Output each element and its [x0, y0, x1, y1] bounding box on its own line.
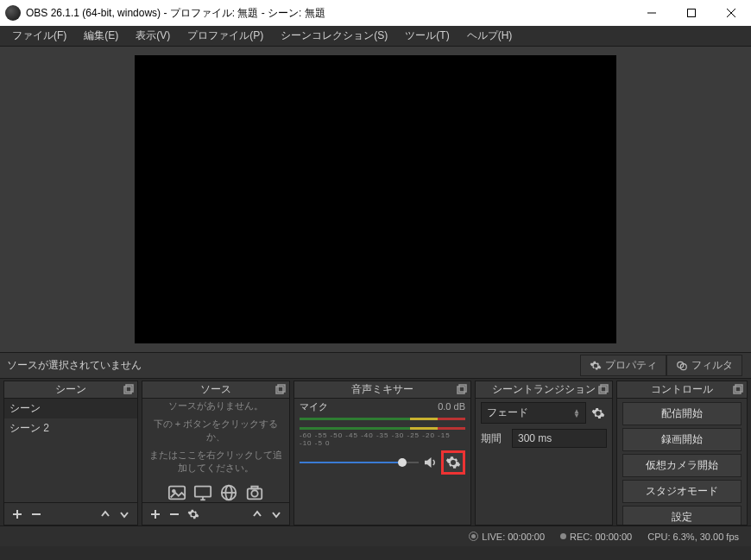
menu-profile[interactable]: プロファイル(P) — [179, 26, 272, 46]
filter-icon — [676, 360, 688, 372]
gear-icon — [590, 360, 602, 372]
svg-rect-32 — [735, 385, 742, 392]
remove-source-button[interactable] — [165, 506, 184, 523]
gear-icon — [445, 455, 461, 470]
source-settings-button[interactable] — [184, 506, 203, 523]
scenes-header: シーン — [4, 381, 137, 399]
live-status: LIVE: 00:00:00 — [469, 532, 545, 542]
no-source-selected-text: ソースが選択されていません — [0, 358, 580, 373]
remove-scene-button[interactable] — [27, 506, 46, 523]
globe-icon — [218, 483, 239, 502]
controls-header: コントロール — [617, 381, 747, 399]
svg-rect-23 — [251, 486, 257, 488]
transition-settings-button[interactable] — [590, 405, 607, 422]
mixer-channel-name: マイク — [300, 400, 438, 413]
popout-icon[interactable] — [598, 384, 609, 394]
svg-rect-12 — [278, 385, 285, 392]
volume-slider[interactable] — [300, 456, 419, 469]
studio-mode-button[interactable]: スタジオモード — [622, 480, 742, 503]
gear-icon — [591, 406, 605, 420]
mixer-body: マイク 0.0 dB -60 -55 -50 -45 -40 -35 -30 -… — [294, 399, 470, 525]
source-info-bar: ソースが選択されていません プロパティ フィルタ — [0, 353, 751, 379]
image-icon — [167, 483, 187, 502]
status-bar: LIVE: 00:00:00 REC: 00:00:00 CPU: 6.3%, … — [0, 525, 751, 546]
minimize-button[interactable] — [632, 0, 672, 26]
sources-header: ソース — [142, 381, 289, 399]
mixer-channel-db: 0.0 dB — [438, 401, 465, 412]
meter-ticks: -60 -55 -50 -45 -40 -35 -30 -25 -20 -15 … — [300, 431, 465, 447]
controls-body: 配信開始 録画開始 仮想カメラ開始 スタジオモード 設定 終了 — [617, 399, 747, 525]
mute-button[interactable] — [422, 455, 438, 470]
svg-rect-27 — [458, 387, 464, 393]
broadcast-icon — [469, 532, 478, 541]
mixer-channel: マイク 0.0 dB -60 -55 -50 -45 -40 -35 -30 -… — [294, 399, 470, 478]
add-source-button[interactable] — [146, 506, 165, 523]
svg-rect-1 — [688, 9, 696, 17]
svg-rect-29 — [599, 387, 606, 393]
filters-button[interactable]: フィルタ — [666, 355, 742, 376]
close-button[interactable] — [711, 0, 751, 26]
properties-button[interactable]: プロパティ — [580, 355, 666, 376]
maximize-button[interactable] — [672, 0, 711, 26]
svg-rect-28 — [459, 385, 466, 392]
svg-rect-7 — [126, 385, 133, 392]
move-source-up-button[interactable] — [248, 506, 267, 523]
menu-view[interactable]: 表示(V) — [127, 26, 179, 46]
svg-rect-15 — [195, 486, 211, 496]
mixer-settings-button[interactable] — [441, 450, 465, 475]
rec-status: REC: 00:00:00 — [560, 532, 632, 542]
cpu-status: CPU: 6.3%, 30.00 fps — [647, 532, 739, 542]
popout-icon[interactable] — [275, 384, 286, 394]
sources-body[interactable]: ソースがありません。 下の + ボタンをクリックするか、 またはここを右クリック… — [142, 399, 289, 502]
preview-canvas[interactable] — [135, 55, 616, 343]
audio-mixer-dock: 音声ミキサー マイク 0.0 dB -60 -55 -50 -45 -40 -3… — [293, 381, 471, 525]
transition-type-combo[interactable]: フェード ▲▼ — [481, 402, 586, 424]
svg-rect-30 — [601, 385, 608, 392]
sources-empty-placeholder: ソースがありません。 下の + ボタンをクリックするか、 またはここを右クリック… — [142, 399, 289, 502]
popout-icon[interactable] — [123, 384, 134, 394]
menu-tools[interactable]: ツール(T) — [396, 26, 458, 46]
window-title: OBS 26.1.1 (64-bit, windows) - プロファイル: 無… — [26, 6, 632, 21]
scene-item[interactable]: シーン 2 — [4, 418, 137, 438]
window-buttons — [632, 0, 751, 26]
menu-scene-collection[interactable]: シーンコレクション(S) — [272, 26, 396, 46]
monitor-icon — [192, 483, 213, 502]
menu-edit[interactable]: 編集(E) — [75, 26, 127, 46]
duration-input[interactable]: 300 ms — [512, 429, 607, 448]
record-dot-icon — [560, 533, 566, 539]
popout-icon[interactable] — [457, 384, 467, 394]
svg-rect-11 — [276, 387, 283, 393]
move-scene-down-button[interactable] — [115, 506, 134, 523]
svg-rect-31 — [734, 387, 741, 393]
move-scene-up-button[interactable] — [96, 506, 115, 523]
camera-icon — [244, 483, 265, 502]
controls-dock: コントロール 配信開始 録画開始 仮想カメラ開始 スタジオモード 設定 終了 — [616, 381, 748, 525]
menu-help[interactable]: ヘルプ(H) — [458, 26, 521, 46]
chevron-updown-icon: ▲▼ — [573, 409, 580, 418]
move-source-down-button[interactable] — [267, 506, 286, 523]
popout-icon[interactable] — [733, 384, 743, 394]
transitions-body: フェード ▲▼ 期間 300 ms — [476, 399, 612, 525]
speaker-icon — [422, 455, 438, 470]
svg-point-22 — [251, 490, 257, 496]
settings-button[interactable]: 設定 — [622, 506, 742, 525]
scene-item[interactable]: シーン — [4, 399, 137, 418]
transitions-header: シーントランジション — [476, 381, 612, 399]
audio-meter — [300, 415, 465, 423]
mixer-header: 音声ミキサー — [294, 381, 470, 399]
menubar: ファイル(F) 編集(E) 表示(V) プロファイル(P) シーンコレクション(… — [0, 26, 751, 47]
window-titlebar: OBS 26.1.1 (64-bit, windows) - プロファイル: 無… — [0, 0, 751, 26]
app-icon — [5, 5, 21, 21]
add-scene-button[interactable] — [8, 506, 27, 523]
sources-dock: ソース ソースがありません。 下の + ボタンをクリックするか、 またはここを右… — [142, 381, 290, 525]
docks-row: シーン シーン シーン 2 ソース ソースがありません。 下の + ボタンをクリ… — [0, 379, 751, 525]
start-recording-button[interactable]: 録画開始 — [622, 428, 742, 451]
sources-footer — [142, 502, 289, 525]
start-streaming-button[interactable]: 配信開始 — [622, 402, 742, 425]
start-virtualcam-button[interactable]: 仮想カメラ開始 — [622, 454, 742, 477]
scenes-dock: シーン シーン シーン 2 — [3, 381, 138, 525]
scenes-footer — [4, 502, 137, 525]
svg-rect-6 — [124, 387, 131, 393]
scenes-list[interactable]: シーン シーン 2 — [4, 399, 137, 502]
menu-file[interactable]: ファイル(F) — [3, 26, 75, 46]
